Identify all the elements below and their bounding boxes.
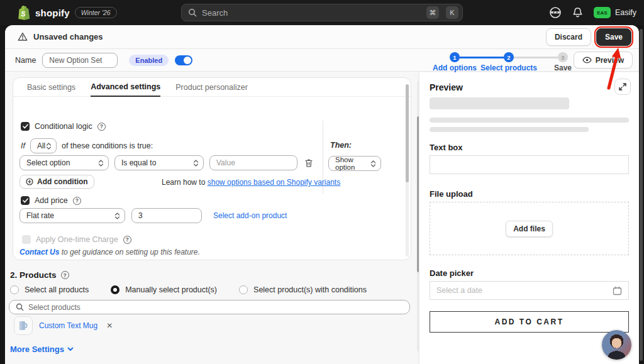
products-heading: 2. Products <box>10 270 57 280</box>
select-caret-icon <box>370 160 376 168</box>
enabled-toggle[interactable] <box>175 55 192 65</box>
variants-help-link[interactable]: show options based on Shopify variants <box>208 178 340 187</box>
help-icon[interactable]: ? <box>61 271 69 279</box>
select-caret-icon <box>98 159 104 167</box>
step-2-label[interactable]: Select products <box>480 63 538 72</box>
plus-circle-icon <box>26 178 33 185</box>
learn-how-text: Learn how to show options based on Shopi… <box>162 178 340 187</box>
date-placeholder: Select a date <box>436 286 608 295</box>
option-set-header: Name Enabled 1 2 3 Add options Select pr… <box>5 49 639 72</box>
match-type-select[interactable]: All <box>30 138 57 153</box>
select-products-search[interactable] <box>9 300 410 314</box>
account-menu[interactable]: EAS Easify <box>594 7 636 18</box>
product-thumbnail <box>14 316 33 335</box>
chevron-down-icon <box>67 347 74 351</box>
contact-us-link[interactable]: Contact Us <box>19 248 59 256</box>
conditional-logic-label: Conditional logic <box>35 122 92 131</box>
onetime-charge-checkbox <box>22 235 31 244</box>
select-caret-icon <box>46 142 52 150</box>
file-upload-dropzone[interactable]: Add files <box>430 202 629 255</box>
store-name: Easify <box>615 8 636 17</box>
add-price-checkbox[interactable] <box>21 196 30 205</box>
select-caret-icon <box>114 212 120 220</box>
delete-condition-icon[interactable] <box>304 158 313 168</box>
remove-product-icon[interactable]: ✕ <box>106 321 113 330</box>
price-type-select[interactable]: Flat rate <box>19 208 125 223</box>
file-upload-label: File upload <box>430 189 473 199</box>
select-addon-product-link[interactable]: Select add-on product <box>213 211 287 220</box>
radio-select-all-products[interactable] <box>10 285 19 294</box>
radio-manual-label: Manually select product(s) <box>125 285 217 294</box>
help-icon[interactable]: ? <box>73 197 81 205</box>
enabled-badge: Enabled <box>129 55 169 66</box>
conditional-logic-checkbox[interactable] <box>21 122 30 131</box>
skeleton-line <box>430 127 589 132</box>
store-avatar: EAS <box>594 7 611 18</box>
settings-pane: Basic settings Advanced settings Product… <box>5 72 419 364</box>
advanced-settings-panel: Conditional logic ? If All of these cond… <box>13 97 411 260</box>
help-icon[interactable]: ? <box>123 236 131 244</box>
step-1-circle: 1 <box>450 52 460 62</box>
settings-tabs: Basic settings Advanced settings Product… <box>13 78 411 97</box>
global-search[interactable]: Search ⌘ K <box>181 4 463 21</box>
top-bar: S shopify Winter '26 Search ⌘ K E <box>0 0 644 25</box>
tab-advanced-settings[interactable]: Advanced settings <box>91 78 160 97</box>
save-button[interactable]: Save <box>596 28 631 46</box>
notifications-bell-icon[interactable] <box>572 7 583 18</box>
radio-all-label: Select all products <box>25 285 89 294</box>
radio-manually-select[interactable] <box>111 285 119 294</box>
svg-text:S: S <box>21 10 26 18</box>
step-3-circle: 3 <box>558 52 568 62</box>
add-condition-button[interactable]: Add condition <box>19 175 94 189</box>
skeleton-title-bar <box>430 97 569 109</box>
select-products-input[interactable] <box>28 303 403 312</box>
then-action-select[interactable]: Show option <box>328 156 381 171</box>
brand-area: S shopify Winter '26 <box>16 0 117 25</box>
more-settings-link[interactable]: More Settings <box>10 345 74 354</box>
expand-preview-button[interactable] <box>614 79 631 95</box>
conditions-suffix-label: of these conditions is true: <box>62 141 153 150</box>
add-files-button[interactable]: Add files <box>506 221 553 237</box>
tab-product-personalizer[interactable]: Product personalizer <box>175 78 248 96</box>
page-scrollbar[interactable] <box>640 29 643 361</box>
progress-stepper: 1 2 3 Add options Select products Save <box>434 52 576 70</box>
if-label: If <box>21 141 25 150</box>
condition-operator-select[interactable]: Is equal to <box>114 155 204 170</box>
price-amount-input[interactable] <box>131 208 202 223</box>
sidekick-icon[interactable] <box>549 6 562 19</box>
expand-icon <box>619 83 626 91</box>
calendar-icon <box>613 286 622 295</box>
radio-select-with-conditions[interactable] <box>239 285 248 294</box>
search-icon <box>16 303 24 311</box>
app-frame: Unsaved changes Discard Save Name Enable… <box>5 25 639 364</box>
radio-conditions-label: Select product(s) with conditions <box>253 285 367 294</box>
condition-option-select[interactable]: Select option <box>19 155 109 170</box>
onetime-charge-label: Apply One-time Charge <box>36 235 118 244</box>
preview-title: Preview <box>430 82 463 92</box>
preview-text-box-input[interactable] <box>430 155 629 174</box>
product-link[interactable]: Custom Text Mug <box>39 321 97 330</box>
add-price-label: Add price <box>35 196 68 205</box>
help-icon[interactable]: ? <box>97 123 106 131</box>
preview-button[interactable]: Preview <box>574 52 633 69</box>
support-chat-avatar[interactable] <box>602 330 631 360</box>
brand-wordmark: shopify <box>35 8 70 18</box>
option-set-name-input[interactable] <box>42 53 118 68</box>
add-to-cart-button[interactable]: ADD TO CART <box>430 311 629 333</box>
condition-value-input[interactable] <box>209 155 297 170</box>
text-box-label: Text box <box>430 143 463 152</box>
step-1-label[interactable]: Add options <box>432 63 477 72</box>
release-badge: Winter '26 <box>75 7 117 18</box>
date-picker-label: Date picker <box>430 268 474 278</box>
preview-pane: Preview Text box File upload Add files D… <box>419 72 639 364</box>
warning-icon <box>18 32 28 41</box>
contact-us-line: Contact Us to get guidance on setting up… <box>19 248 200 256</box>
unsaved-changes-bar: Unsaved changes Discard Save <box>5 25 639 49</box>
tab-basic-settings[interactable]: Basic settings <box>27 78 75 96</box>
discard-button[interactable]: Discard <box>546 28 591 46</box>
unsaved-changes-message: Unsaved changes <box>33 32 103 41</box>
option-settings-card: Basic settings Advanced settings Product… <box>13 77 411 260</box>
date-picker-input[interactable]: Select a date <box>430 281 629 300</box>
card-scrollbar[interactable] <box>406 84 409 182</box>
k-key-badge: K <box>446 6 458 19</box>
